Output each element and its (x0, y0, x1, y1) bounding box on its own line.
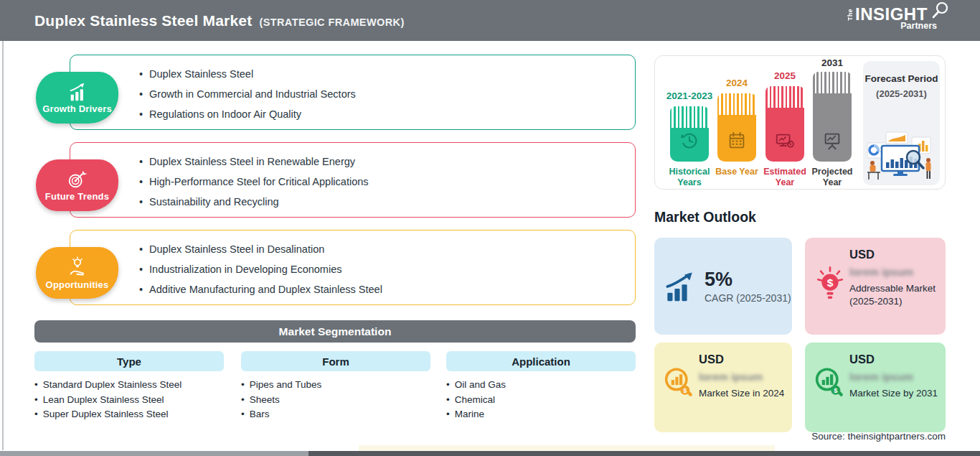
list-item: Sheets (241, 393, 430, 408)
bottom-bar-left (0, 451, 308, 456)
timeline-bar-label: Estimated Year (760, 167, 810, 187)
target-dart-icon (67, 169, 88, 190)
card-label: Market Size by 2031 (849, 387, 938, 400)
list-item: High-Performance Steel for Critical Appl… (139, 177, 626, 187)
list-item: Growth in Commercial and Industrial Sect… (139, 89, 626, 100)
list-item: Chemical (446, 393, 636, 408)
brand-logo-top: The INSIGHT (847, 6, 940, 23)
bulb-hand-icon (67, 256, 88, 278)
list-item: Standard Duplex Stainless Steel (34, 378, 224, 393)
timeline-bar-label: Projected Year (807, 167, 857, 187)
opportunities-badge: Opportunities (36, 247, 118, 299)
list-item: Marine (446, 407, 636, 422)
svg-text:$: $ (683, 387, 687, 394)
column-header: Application (446, 351, 636, 371)
logo-insight-text: INSIGHT (855, 6, 928, 23)
forecast-period-title: Forecast Period (863, 73, 940, 85)
opportunities-list: Duplex Stainless Steel in Desalination I… (70, 231, 635, 295)
analytics-illustration (866, 131, 937, 182)
blurred-value: lorem ipsum (849, 371, 913, 383)
list-item: Oil and Gas (446, 378, 636, 393)
bar-body (813, 93, 852, 162)
badge-label: Opportunities (46, 279, 109, 290)
addressable-market-card: $ USD lorem ipsum Addressable Market (20… (805, 238, 946, 335)
list-item: Duplex Stainless Steel (139, 69, 626, 80)
usd-label: USD (699, 353, 785, 366)
bar-body (765, 108, 804, 162)
market-segmentation-header: Market Segmentation (34, 320, 636, 343)
list-item: Pipes and Tubes (241, 378, 430, 393)
future-trends-list: Duplex Stainless Steel in Renewable Ener… (70, 143, 635, 208)
cagr-value: 5% (705, 269, 791, 291)
bar-body (670, 128, 709, 162)
text-column: USD lorem ipsum Addressable Market (2025… (849, 248, 938, 335)
timeline-bar-base (717, 93, 756, 162)
badge-label: Growth Drivers (42, 103, 112, 114)
text-column: USD lorem ipsum Market Size by 2031 (849, 353, 938, 432)
column-header: Form (241, 351, 430, 371)
list-item: Sustainability and Recycling (139, 197, 626, 208)
icon-column: $ (811, 353, 849, 432)
list-item: Regulations on Indoor Air Quality (139, 109, 626, 120)
magnifier-logo-icon (930, 1, 951, 22)
future-trends-badge: Future Trends (36, 159, 118, 211)
bar-stripes (717, 93, 756, 115)
bulb-dollar-icon: $ (814, 266, 846, 304)
badge-label: Future Trends (45, 191, 109, 202)
market-segmentation-title: Market Segmentation (279, 325, 392, 338)
list-item: Industrialization in Developing Economie… (139, 264, 626, 275)
column-header: Type (34, 351, 224, 371)
bottom-bar-right (308, 451, 980, 456)
magnifier-chart-icon: $ (813, 366, 847, 401)
segmentation-column-form: Form Pipes and Tubes Sheets Bars (241, 351, 430, 422)
bar-stripes (670, 106, 709, 128)
logo-the-text: The (847, 9, 854, 21)
market-size-2024-card: $ USD lorem ipsum Market Size in 2024 (654, 343, 792, 432)
growth-drivers-panel: Duplex Stainless Steel Growth in Commerc… (70, 55, 636, 130)
list-item: Duplex Stainless Steel in Renewable Ener… (139, 157, 626, 167)
page-title-main: Duplex Stainless Steel Market (34, 12, 252, 29)
market-outlook-title: Market Outlook (654, 209, 756, 225)
source-attribution: Source: theinsightpartners.com (811, 431, 946, 442)
svg-text:$: $ (834, 387, 837, 394)
bar-chart-rising-icon (67, 82, 88, 102)
growth-bars-arrow-icon (664, 271, 697, 302)
column-list: Standard Duplex Stainless Steel Lean Dup… (34, 378, 224, 422)
future-trends-panel: Duplex Stainless Steel in Renewable Ener… (70, 142, 636, 218)
growth-drivers-list: Duplex Stainless Steel Growth in Commerc… (70, 55, 635, 120)
forecast-period-range: (2025-2031) (863, 88, 940, 99)
usd-label: USD (849, 248, 938, 261)
timeline-bar-projected (813, 72, 852, 162)
forecast-period-panel: Forecast Period (2025-2031) (863, 61, 940, 185)
bar-body (717, 115, 756, 162)
list-item: Bars (241, 407, 430, 422)
timeline-box: 2021-2023 2024 2025 2031 (654, 55, 946, 190)
segmentation-column-application: Application Oil and Gas Chemical Marine (446, 351, 636, 422)
blurred-value: lorem ipsum (849, 266, 913, 278)
magnifier-chart-icon: $ (662, 366, 697, 401)
timeline-year: 2031 (804, 57, 860, 68)
timeline-bar-historical (670, 106, 709, 162)
market-size-2031-card: $ USD lorem ipsum Market Size by 2031 (805, 343, 946, 432)
text-column: USD lorem ipsum Market Size in 2024 (699, 353, 785, 432)
header-bar: Duplex Stainless Steel Market (STRATEGIC… (0, 0, 980, 41)
blurred-value: lorem ipsum (699, 371, 763, 383)
cagr-card: 5% CAGR (2025-2031) (654, 238, 792, 335)
column-list: Pipes and Tubes Sheets Bars (241, 378, 430, 422)
timeline-bar-label: Base Year (712, 167, 762, 177)
list-item: Additive Manufacturing and Duplex Stainl… (139, 284, 626, 295)
usd-label: USD (849, 353, 938, 366)
list-item: Lean Duplex Stainless Steel (34, 393, 224, 408)
growth-drivers-badge: Growth Drivers (36, 72, 118, 124)
page-title-sub: (STRATEGIC FRAMEWORK) (259, 17, 404, 28)
timeline-year: 2025 (757, 70, 813, 81)
timeline-bar-estimated (765, 86, 804, 162)
left-border-line (2, 41, 4, 450)
opportunities-panel: Duplex Stainless Steel in Desalination I… (70, 230, 636, 305)
bar-stripes (813, 72, 852, 93)
column-list: Oil and Gas Chemical Marine (446, 378, 636, 422)
history-clock-icon (679, 130, 700, 152)
svg-text:$: $ (827, 276, 834, 289)
page-title: Duplex Stainless Steel Market (STRATEGIC… (34, 12, 405, 29)
cagr-label: CAGR (2025-2031) (705, 292, 791, 304)
